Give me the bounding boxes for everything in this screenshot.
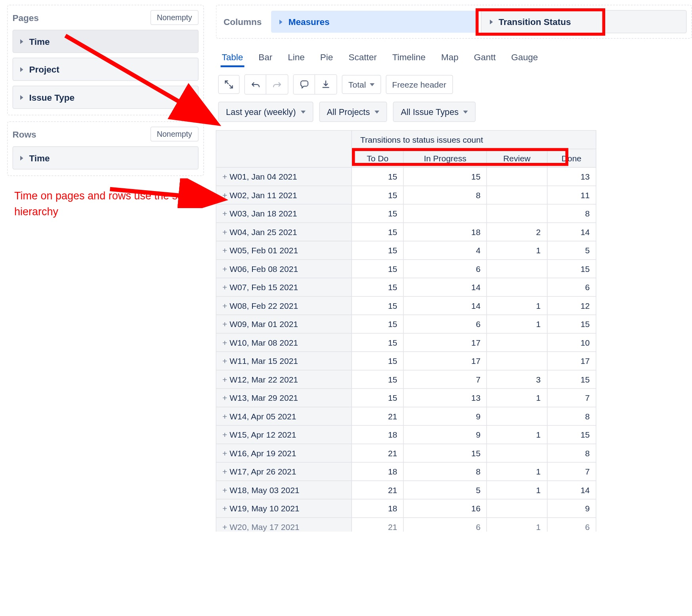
cell xyxy=(487,204,547,223)
row-label[interactable]: +W06, Feb 08 2021 xyxy=(216,260,352,278)
row-label[interactable]: +W16, Apr 19 2021 xyxy=(216,444,352,463)
row-label[interactable]: +W15, Apr 12 2021 xyxy=(216,425,352,444)
expand-row-icon[interactable]: + xyxy=(222,393,227,403)
row-label[interactable]: +W10, Mar 08 2021 xyxy=(216,333,352,352)
pages-nonempty-button[interactable]: Nonempty xyxy=(150,10,199,25)
chart-tab-table[interactable]: Table xyxy=(221,48,245,67)
total-label: Total xyxy=(348,80,366,89)
cell: 7 xyxy=(403,370,487,389)
row-label[interactable]: +W17, Apr 26 2021 xyxy=(216,462,352,481)
expand-row-icon[interactable]: + xyxy=(222,264,227,274)
cell: 15 xyxy=(547,260,596,278)
filter-issue-type[interactable]: All Issue Types xyxy=(393,102,476,122)
table-row: +W14, Apr 05 20212198 xyxy=(216,407,596,426)
freeze-header-button[interactable]: Freeze header xyxy=(386,75,453,94)
expand-icon[interactable] xyxy=(218,75,240,94)
expand-row-icon[interactable]: + xyxy=(222,504,227,513)
table-row: +W03, Jan 18 2021158 xyxy=(216,204,596,223)
expand-row-icon[interactable]: + xyxy=(222,190,227,200)
chart-tab-scatter[interactable]: Scatter xyxy=(347,48,378,67)
rows-dim-time[interactable]: Time xyxy=(13,146,199,170)
chart-tab-pie[interactable]: Pie xyxy=(319,48,335,67)
column-header[interactable]: Review xyxy=(487,149,547,168)
pages-dim-project[interactable]: Project xyxy=(13,58,199,81)
cell: 1 xyxy=(487,425,547,444)
row-label[interactable]: +W12, Mar 22 2021 xyxy=(216,370,352,389)
row-label[interactable]: +W14, Apr 05 2021 xyxy=(216,407,352,426)
cell xyxy=(487,407,547,426)
chevron-right-icon xyxy=(20,155,23,160)
row-label[interactable]: +W18, May 03 2021 xyxy=(216,481,352,499)
cell: 15 xyxy=(352,241,403,260)
column-header[interactable]: Done xyxy=(547,149,596,168)
expand-row-icon[interactable]: + xyxy=(222,227,227,237)
row-label[interactable]: +W20, May 17 2021 xyxy=(216,518,352,532)
row-label[interactable]: +W02, Jan 11 2021 xyxy=(216,186,352,205)
cell: 8 xyxy=(547,407,596,426)
expand-row-icon[interactable]: + xyxy=(222,375,227,384)
row-label[interactable]: +W04, Jan 25 2021 xyxy=(216,223,352,241)
expand-row-icon[interactable]: + xyxy=(222,209,227,218)
cell: 15 xyxy=(547,315,596,333)
pages-section: Pages Nonempty Time Project Issue Type xyxy=(7,5,204,115)
row-label[interactable]: +W09, Mar 01 2021 xyxy=(216,315,352,333)
chart-tab-line[interactable]: Line xyxy=(287,48,306,67)
filter-label: All Projects xyxy=(327,107,370,117)
left-panel: Pages Nonempty Time Project Issue Type R… xyxy=(0,0,211,532)
expand-row-icon[interactable]: + xyxy=(222,522,227,532)
rows-nonempty-button[interactable]: Nonempty xyxy=(150,127,199,142)
row-label[interactable]: +W07, Feb 15 2021 xyxy=(216,278,352,297)
chart-tab-bar[interactable]: Bar xyxy=(257,48,273,67)
row-label[interactable]: +W05, Feb 01 2021 xyxy=(216,241,352,260)
comment-button[interactable] xyxy=(294,75,315,94)
column-header[interactable]: To Do xyxy=(352,149,403,168)
columns-chip-measures[interactable]: Measures xyxy=(271,11,476,33)
expand-row-icon[interactable]: + xyxy=(222,283,227,292)
cell: 6 xyxy=(547,278,596,297)
expand-row-icon[interactable]: + xyxy=(222,356,227,366)
expand-row-icon[interactable]: + xyxy=(222,246,227,255)
row-label[interactable]: +W08, Feb 22 2021 xyxy=(216,297,352,315)
columns-chip-transition-status[interactable]: Transition Status xyxy=(481,10,687,34)
expand-row-icon[interactable]: + xyxy=(222,338,227,347)
pages-dim-time[interactable]: Time xyxy=(13,30,199,53)
expand-row-icon[interactable]: + xyxy=(222,430,227,440)
table-corner xyxy=(216,130,352,167)
expand-row-icon[interactable]: + xyxy=(222,301,227,310)
cell: 9 xyxy=(547,499,596,518)
cell: 14 xyxy=(403,297,487,315)
metric-header[interactable]: Transitions to status issues count xyxy=(352,130,596,149)
row-label[interactable]: +W03, Jan 18 2021 xyxy=(216,204,352,223)
table-row: +W17, Apr 26 202118817 xyxy=(216,462,596,481)
cell: 12 xyxy=(547,297,596,315)
expand-row-icon[interactable]: + xyxy=(222,485,227,495)
chart-tab-map[interactable]: Map xyxy=(440,48,460,67)
expand-row-icon[interactable]: + xyxy=(222,411,227,421)
filter-project[interactable]: All Projects xyxy=(319,102,387,122)
expand-row-icon[interactable]: + xyxy=(222,172,227,182)
expand-row-icon[interactable]: + xyxy=(222,448,227,458)
download-button[interactable] xyxy=(315,75,336,94)
row-label[interactable]: +W01, Jan 04 2021 xyxy=(216,167,352,186)
row-label[interactable]: +W19, May 10 2021 xyxy=(216,499,352,518)
filter-time[interactable]: Last year (weekly) xyxy=(218,102,313,122)
chart-tab-gauge[interactable]: Gauge xyxy=(510,48,539,67)
cell: 5 xyxy=(403,481,487,499)
column-header[interactable]: In Progress xyxy=(403,149,487,168)
cell: 14 xyxy=(547,223,596,241)
caret-down-icon xyxy=(463,110,468,113)
dim-label: Project xyxy=(29,64,59,75)
chart-tab-gantt[interactable]: Gantt xyxy=(473,48,497,67)
expand-row-icon[interactable]: + xyxy=(222,467,227,476)
redo-button[interactable] xyxy=(266,75,288,94)
total-dropdown[interactable]: Total xyxy=(342,75,381,94)
row-label[interactable]: +W11, Mar 15 2021 xyxy=(216,352,352,370)
cell xyxy=(487,352,547,370)
chart-tab-timeline[interactable]: Timeline xyxy=(391,48,427,67)
table-row: +W16, Apr 19 202121158 xyxy=(216,444,596,463)
undo-button[interactable] xyxy=(245,75,266,94)
cell: 10 xyxy=(547,333,596,352)
expand-row-icon[interactable]: + xyxy=(222,319,227,329)
row-label[interactable]: +W13, Mar 29 2021 xyxy=(216,388,352,407)
pages-dim-issue-type[interactable]: Issue Type xyxy=(13,86,199,109)
